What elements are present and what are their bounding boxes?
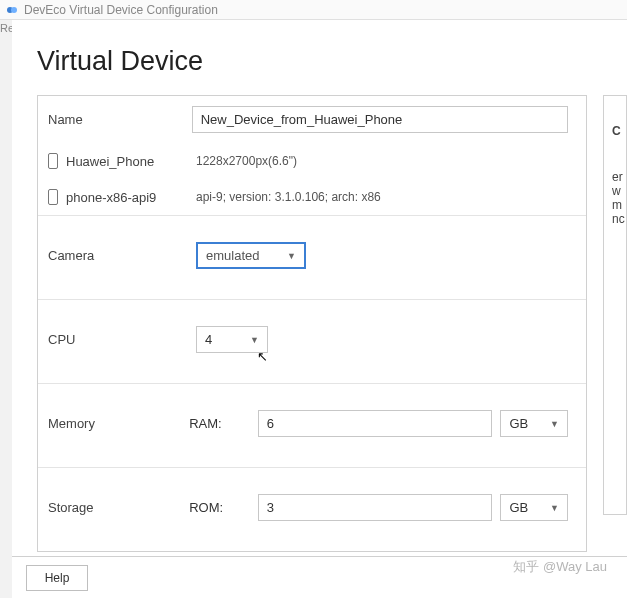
side-heading: C [612, 124, 618, 138]
chevron-down-icon: ▼ [250, 335, 259, 345]
storage-sublabel: ROM: [189, 500, 258, 515]
storage-input[interactable] [258, 494, 493, 521]
side-body: er w m nc [612, 170, 618, 226]
row-cpu: CPU 4 ▼ ↖ [38, 300, 586, 384]
cpu-select[interactable]: 4 ▼ ↖ [196, 326, 268, 353]
side-panel: C er w m nc [603, 95, 627, 515]
chevron-down-icon: ▼ [287, 251, 296, 261]
device-row-0[interactable]: Huawei_Phone 1228x2700px(6.6") [38, 143, 586, 179]
left-gutter: Re [0, 20, 12, 598]
device-name: Huawei_Phone [66, 154, 154, 169]
app-logo-icon [6, 4, 18, 16]
name-label: Name [48, 112, 192, 127]
storage-label: Storage [48, 500, 189, 515]
cpu-label: CPU [48, 332, 196, 347]
memory-sublabel: RAM: [189, 416, 258, 431]
storage-unit-select[interactable]: GB ▼ [500, 494, 568, 521]
chevron-down-icon: ▼ [550, 503, 559, 513]
row-camera: Camera emulated ▼ [38, 216, 586, 300]
camera-select[interactable]: emulated ▼ [196, 242, 306, 269]
svg-point-1 [11, 7, 17, 13]
window-title: DevEco Virtual Device Configuration [24, 3, 218, 17]
device-row-1[interactable]: phone-x86-api9 api-9; version: 3.1.0.106… [38, 179, 586, 216]
help-button[interactable]: Help [26, 565, 88, 591]
storage-unit-value: GB [509, 500, 528, 515]
memory-unit-value: GB [509, 416, 528, 431]
bottom-bar: Help [12, 556, 627, 598]
cpu-value: 4 [205, 332, 212, 347]
main-area: Virtual Device Name Huawei_Phone 1228x27… [12, 20, 627, 598]
device-desc: 1228x2700px(6.6") [196, 154, 297, 168]
name-input[interactable] [192, 106, 568, 133]
memory-input[interactable] [258, 410, 493, 437]
memory-unit-select[interactable]: GB ▼ [500, 410, 568, 437]
memory-label: Memory [48, 416, 189, 431]
config-panel: Name Huawei_Phone 1228x2700px(6.6") phon… [37, 95, 587, 552]
row-name: Name [38, 96, 586, 143]
camera-label: Camera [48, 248, 196, 263]
device-name: phone-x86-api9 [66, 190, 156, 205]
chevron-down-icon: ▼ [550, 419, 559, 429]
device-desc: api-9; version: 3.1.0.106; arch: x86 [196, 190, 381, 204]
row-memory: Memory RAM: GB ▼ [38, 384, 586, 468]
window-titlebar: DevEco Virtual Device Configuration [0, 0, 627, 20]
phone-icon [48, 153, 58, 169]
phone-icon [48, 189, 58, 205]
row-storage: Storage ROM: GB ▼ [38, 468, 586, 551]
mouse-cursor-icon: ↖ [257, 349, 268, 364]
page-title: Virtual Device [12, 20, 627, 95]
camera-value: emulated [206, 248, 259, 263]
